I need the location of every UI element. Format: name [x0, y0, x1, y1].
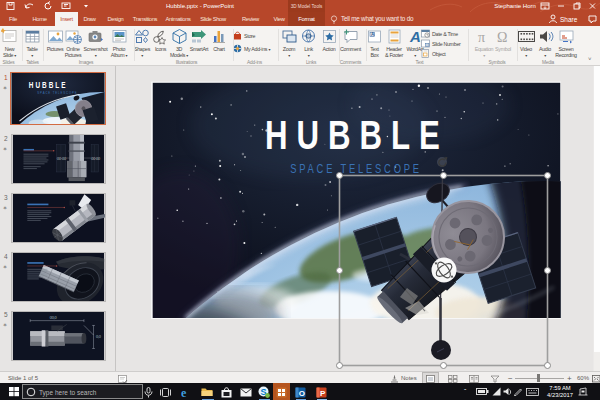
svg-text:A: A — [409, 28, 421, 45]
svg-text:SPACE TELESCOPE: SPACE TELESCOPE — [37, 90, 77, 94]
svg-text:HUBBLE: HUBBLE — [265, 113, 449, 158]
svg-text:O,O: O,O — [96, 334, 101, 338]
svg-text:OO·OO: OO·OO — [57, 157, 66, 161]
svg-text:O: O — [299, 388, 305, 397]
svg-text:P: P — [320, 388, 326, 397]
svg-text:e: e — [181, 386, 187, 398]
svg-text:OO·OO: OO·OO — [91, 157, 100, 161]
svg-text:π: π — [478, 30, 485, 45]
svg-text:OO,O: OO,O — [50, 315, 57, 319]
svg-text:HUBBLE: HUBBLE — [29, 80, 68, 90]
svg-text:Share: Share — [560, 16, 578, 23]
svg-text:Ω: Ω — [497, 30, 507, 45]
svg-text:SPACE TELESCOPE: SPACE TELESCOPE — [290, 161, 422, 174]
